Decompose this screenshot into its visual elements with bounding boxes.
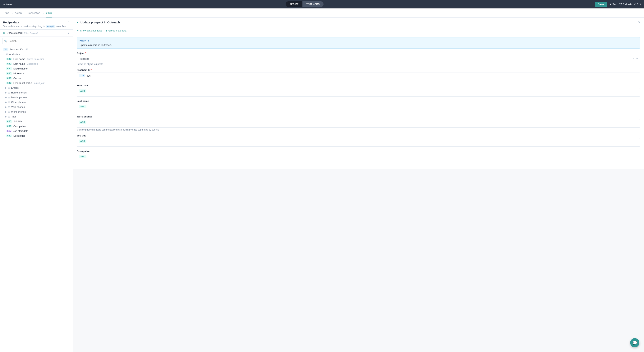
expand-record-icon[interactable]: ∨	[68, 32, 70, 34]
chat-icon: 💬	[632, 340, 637, 345]
test-icon	[609, 3, 612, 6]
main-layout: Recipe data ⌃ To use data from a previou…	[0, 18, 644, 352]
step-tag: (Step 2 output)	[24, 32, 38, 34]
save-button[interactable]: Save	[595, 2, 607, 7]
show-optional-fields-button[interactable]: 👁 Show optional fields	[77, 29, 102, 32]
tab-testjobs[interactable]: TEST JOBS	[302, 1, 323, 7]
form-label-occupation: Occupation	[77, 150, 640, 152]
step-app[interactable]: App	[4, 12, 9, 14]
form-body: Object * Prospect ✕ ∨ Select an object t…	[73, 52, 644, 169]
first-name-input[interactable]: ABC	[77, 88, 640, 97]
form-group-object: Object * Prospect ✕ ∨ Select an object t…	[77, 52, 640, 65]
left-panel: Recipe data ⌃ To use data from a previou…	[0, 18, 73, 352]
right-panel: ● Update prospect in Outreach × 👁 Show o…	[73, 18, 644, 352]
tree-item-gender[interactable]: ABC Gender	[0, 76, 73, 81]
tree-item-middle-name[interactable]: ABC Middle name	[0, 66, 73, 71]
step-setup[interactable]: Setup	[46, 9, 52, 18]
type-badge-abc-specialties: ABC	[6, 134, 12, 137]
close-button[interactable]: ×	[638, 20, 640, 24]
datapill-label: datapill	[46, 25, 55, 28]
chevron-right-icon-tags: ▶	[5, 116, 7, 118]
required-star-object: *	[85, 52, 86, 55]
recipe-icon: ●	[77, 21, 78, 24]
tree-group-voip-phones[interactable]: ▶ ⊞ Voip phones	[0, 105, 73, 109]
chevron-down-icon-object[interactable]: ∨	[636, 57, 638, 60]
optional-bar: 👁 Show optional fields ⊞ Group map data	[73, 27, 644, 34]
form-label-job-title: Job title	[77, 134, 640, 137]
refresh-button[interactable]: Refresh	[620, 3, 632, 6]
chat-button[interactable]: 💬	[630, 338, 640, 347]
grid-icon-mobilephones: ⊞	[8, 96, 10, 99]
tree-update-record[interactable]: ⊕ Update record (Step 2 output) ∨	[0, 30, 73, 37]
grid-icon-tags: ⊞	[8, 115, 10, 118]
tree-item-specialties[interactable]: ABC Specialties	[0, 133, 73, 138]
field-label-prospect-id: Prospect ID	[10, 48, 22, 51]
chevron-down-icon-attributes: ▼	[3, 53, 5, 55]
form-group-work-phones: Work phones ABC Multiple phone numbers c…	[77, 115, 640, 131]
prospect-id-value: 536	[86, 74, 91, 77]
tree-item-emails-opt-status[interactable]: ABC Emails opt status opted_out	[0, 81, 73, 85]
tree-group-mobile-phones[interactable]: ▶ ⊞ Mobile phones	[0, 95, 73, 100]
type-badge-abc-emailsopt: ABC	[6, 82, 12, 84]
recipe-panel-header: ● Update prospect in Outreach ×	[73, 18, 644, 27]
group-label-mobile-phones: Mobile phones	[11, 96, 28, 99]
group-label-emails: Emails	[11, 86, 18, 89]
group-label-tags: Tags	[11, 115, 16, 118]
step-action[interactable]: Action	[15, 12, 22, 14]
step-connection[interactable]: Connection	[28, 12, 40, 14]
recipe-panel-title: ● Update prospect in Outreach	[77, 21, 120, 24]
tree-group-home-phones[interactable]: ▶ ⊞ Home phones	[0, 90, 73, 95]
tree-item-nickname[interactable]: ABC Nickname	[0, 71, 73, 76]
work-phones-input[interactable]: ABC	[77, 119, 640, 128]
exit-button[interactable]: ✕ Exit	[634, 3, 641, 6]
type-badge-abc-lastname: ABC	[6, 63, 12, 65]
field-label-specialties: Specialties	[14, 134, 26, 137]
tree-item-occupation[interactable]: ABC Occupation	[0, 124, 73, 129]
type-badge-abc-middlename: ABC	[6, 67, 12, 70]
search-input[interactable]	[2, 38, 70, 44]
tree-group-emails[interactable]: ▶ ⊞ Emails	[0, 85, 73, 90]
field-value-emails-opt-status: opted_out	[34, 82, 44, 84]
type-badge-abc-gender: ABC	[6, 77, 12, 79]
group-map-data-button[interactable]: ⊞ Group map data	[106, 29, 126, 32]
object-select[interactable]: Prospect ✕ ∨	[77, 56, 640, 62]
test-button[interactable]: Test	[609, 3, 617, 6]
prospect-id-input[interactable]: 123 536	[77, 73, 640, 81]
last-name-input[interactable]: ABC	[77, 104, 640, 112]
occupation-input[interactable]: ABC	[77, 154, 640, 162]
pill-work-phones: ABC	[79, 120, 86, 124]
job-title-input[interactable]: ABC	[77, 138, 640, 147]
form-group-prospect-id: Prospect ID * 123 536	[77, 69, 640, 81]
form-label-work-phones: Work phones	[77, 115, 640, 118]
tree-group-attributes[interactable]: ▼ ⊞ Attributes	[0, 52, 73, 57]
field-label-nickname: Nickname	[14, 72, 24, 75]
step-arrow-3: →	[42, 12, 44, 15]
close-object-icon[interactable]: ✕	[632, 57, 634, 60]
tree-item-job-title[interactable]: ABC Job title	[0, 119, 73, 124]
collapse-icon[interactable]: ⌃	[67, 21, 70, 25]
grid-icon-otherphones: ⊞	[8, 101, 10, 104]
tree-section: 123 Prospect ID 133 ▼ ⊞ Attributes ABC F…	[0, 46, 73, 352]
tree-item-prospect-id[interactable]: 123 Prospect ID 133	[0, 47, 73, 52]
svg-marker-0	[610, 3, 612, 5]
tab-switcher: RECIPE TEST JOBS	[286, 1, 323, 7]
grid-icon-homephones: ⊞	[8, 91, 10, 94]
tab-recipe[interactable]: RECIPE	[286, 1, 302, 7]
field-label-first-name: First name	[14, 58, 25, 60]
tree-group-other-phones[interactable]: ▶ ⊞ Other phones	[0, 100, 73, 105]
tree-item-last-name[interactable]: ABC Last name Castellarin	[0, 61, 73, 66]
field-label-gender: Gender	[14, 77, 22, 80]
grid-icon-voipphones: ⊞	[8, 106, 10, 108]
form-label-last-name: Last name	[77, 100, 640, 102]
tree-item-job-start-date[interactable]: CAL Job start date	[0, 129, 73, 133]
tree-group-tags[interactable]: ▶ ⊞ Tags	[0, 114, 73, 119]
tree-item-first-name[interactable]: ABC First name Steve Castellarin	[0, 57, 73, 61]
panel-title: Recipe data	[3, 21, 19, 24]
help-toggle[interactable]: HELP ▲	[80, 39, 637, 42]
pill-first-name: ABC	[79, 89, 86, 93]
object-select-value: Prospect	[79, 57, 88, 60]
type-badge-abc-nickname: ABC	[6, 72, 12, 75]
step-arrow-2: →	[23, 12, 26, 15]
group-label-voip-phones: Voip phones	[11, 106, 25, 108]
tree-group-work-phones[interactable]: ▶ ⊞ Work phones	[0, 109, 73, 114]
